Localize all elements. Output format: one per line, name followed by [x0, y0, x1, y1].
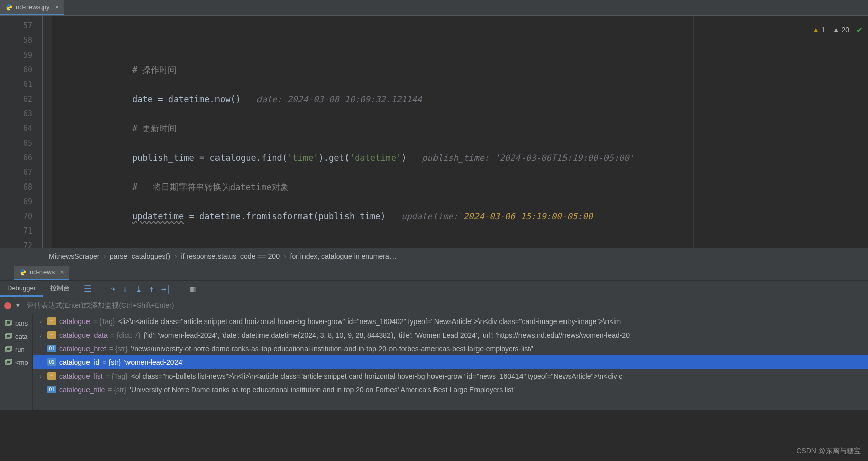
inline-hint-58: date: 2024-03-08 10:09:32.121144	[256, 94, 422, 104]
breadcrumb: MitnewsScraper› parse_catalogues()› if r…	[0, 248, 868, 264]
weak-warning-icon: ▲	[833, 26, 840, 34]
check-icon: ✔	[856, 23, 863, 37]
chevron-right-icon[interactable]: ›	[38, 373, 44, 379]
evaluate-expression-icon[interactable]: ▦	[190, 284, 195, 294]
variables-column: ›≡ catalogue = {Tag} <li>\n<article clas…	[33, 314, 868, 410]
frame-item[interactable]: run_	[0, 343, 32, 356]
step-into-my-code-icon[interactable]: ⤓	[135, 284, 142, 294]
svg-point-1	[9, 9, 10, 9]
variable-type: = {Tag}	[106, 372, 128, 380]
debug-variables-pane: pars cata run_ <mo ›≡ catalogue = {Tag} …	[0, 314, 868, 410]
variable-row[interactable]: ›≡ catalogue_data = {dict: 7} {'id': 'wo…	[33, 328, 868, 342]
step-into-icon[interactable]: ↓	[122, 284, 127, 294]
variable-name: catalogue	[59, 317, 90, 326]
evaluate-row: ▼ 评估表达式(Enter)或添加监视(Ctrl+Shift+Enter)	[0, 297, 868, 314]
debug-tab-bar: nd-news ×	[0, 264, 868, 280]
warning-count-1: 1	[821, 26, 826, 34]
chevron-right-icon[interactable]: ›	[38, 332, 44, 338]
variable-name: catalogue_list	[59, 372, 103, 380]
str-badge-icon: 01	[47, 345, 56, 352]
right-margin-line	[693, 16, 694, 248]
crumb-3[interactable]: for index, catalogue in enumera…	[290, 252, 397, 260]
crumb-1[interactable]: parse_catalogues()	[110, 252, 170, 260]
python-file-icon	[19, 269, 26, 276]
frame-item[interactable]: cata	[0, 330, 32, 343]
tab-debugger[interactable]: Debugger	[0, 281, 43, 297]
run-to-cursor-icon[interactable]: →|	[161, 284, 171, 294]
variable-row[interactable]: 01 catalogue_id = {str} 'women-lead-2024…	[33, 355, 868, 369]
chevron-right-icon[interactable]: ›	[38, 318, 44, 325]
frames-layout-icon[interactable]: ☰	[84, 284, 92, 294]
code-line-61: # 将日期字符串转换为datetime对象	[132, 182, 289, 192]
svg-point-3	[23, 274, 24, 274]
variable-value: '/news/university-of-notre-dame-ranks-as…	[131, 345, 533, 353]
variable-row[interactable]: ›≡ catalogue = {Tag} <li>\n<article clas…	[33, 314, 868, 328]
svg-rect-5	[7, 320, 12, 324]
variable-row[interactable]: 01 catalogue_title = {str} 'University o…	[33, 383, 868, 396]
str-badge-icon: 01	[47, 358, 56, 366]
warning-count-2: 20	[841, 26, 849, 34]
close-icon[interactable]: ×	[53, 3, 59, 11]
svg-rect-10	[5, 360, 10, 364]
svg-rect-11	[7, 359, 12, 363]
debug-tab-label: nd-news	[30, 268, 55, 276]
variable-type: = {str}	[108, 386, 126, 394]
variable-name: catalogue_data	[59, 331, 108, 339]
tag-badge-icon: ≡	[47, 372, 56, 380]
crumb-0[interactable]: MitnewsScraper	[49, 252, 99, 260]
variable-type: = {Tag}	[93, 317, 115, 326]
gutter: 57585960 61626364 65666768 69707172	[0, 16, 43, 248]
step-out-icon[interactable]: ↑	[149, 284, 154, 294]
editor-tab-ndnews[interactable]: nd-news.py ×	[0, 0, 64, 15]
breakpoint-dot-icon[interactable]	[4, 302, 11, 309]
variable-value: 'University of Notre Dame ranks as top e…	[129, 386, 515, 394]
inspection-indicators[interactable]: ▲ 1 ▲ 20 ✔	[812, 23, 863, 37]
code-line-59: # 更新时间	[132, 123, 177, 133]
variable-value: <li>\n<article class="article snippet ca…	[118, 317, 621, 326]
python-file-icon	[5, 4, 12, 11]
inline-hint-60: publish_time: '2024-03-06T15:19:00-05:00…	[422, 153, 634, 163]
variable-type: = {str}	[109, 345, 128, 353]
crumb-2[interactable]: if response.status_code == 200	[181, 252, 280, 260]
dropdown-icon[interactable]: ▼	[16, 302, 20, 309]
dict-badge-icon: ≡	[47, 331, 56, 339]
step-over-icon[interactable]: ↷	[110, 284, 115, 294]
variable-name: catalogue_id	[59, 358, 99, 366]
variable-value: {'id': 'women-lead-2024', 'date': dateti…	[144, 331, 630, 339]
code-area[interactable]: ▲ 1 ▲ 20 ✔ # 操作时间 date = datetime.now() …	[52, 16, 868, 248]
close-icon[interactable]: ×	[58, 268, 64, 276]
editor-tab-label: nd-news.py	[16, 3, 49, 11]
svg-rect-6	[5, 334, 10, 338]
svg-point-2	[22, 270, 22, 270]
tag-badge-icon: ≡	[47, 317, 56, 325]
code-editor[interactable]: 57585960 61626364 65666768 69707172 ▲ 1 …	[0, 15, 868, 248]
code-line-58: date = datetime.now()	[132, 94, 241, 104]
svg-rect-4	[5, 321, 10, 325]
variable-row[interactable]: ›≡ catalogue_list = {Tag} <ol class="no-…	[33, 369, 868, 383]
fold-strip	[43, 16, 52, 248]
editor-tab-bar: nd-news.py ×	[0, 0, 868, 15]
tab-console[interactable]: 控制台	[43, 281, 77, 297]
debug-session-tab[interactable]: nd-news ×	[14, 266, 69, 280]
watermark-text: CSDN @东离与糖宝	[796, 447, 861, 456]
svg-rect-7	[7, 333, 12, 337]
variable-type: = {dict: 7}	[111, 331, 141, 339]
str-badge-icon: 01	[47, 386, 56, 393]
variable-name: catalogue_href	[59, 345, 106, 353]
frames-column: pars cata run_ <mo	[0, 314, 33, 410]
variable-value: <ol class="no-bullets list-news">\n<li>\…	[131, 372, 623, 380]
variable-value: 'women-lead-2024'	[124, 358, 183, 366]
variable-row[interactable]: 01 catalogue_href = {str} '/news/univers…	[33, 342, 868, 355]
frame-item[interactable]: <mo	[0, 356, 32, 369]
svg-rect-9	[7, 346, 12, 350]
warning-icon: ▲	[812, 26, 819, 34]
frame-item[interactable]: pars	[0, 316, 32, 330]
variable-name: catalogue_title	[59, 386, 105, 394]
svg-rect-8	[5, 347, 10, 351]
inline-hint-62: 2024-03-06 15:19:00-05:00	[463, 211, 593, 221]
svg-point-0	[8, 5, 8, 5]
code-line-57: # 操作时间	[132, 65, 177, 75]
evaluate-expression-input[interactable]: 评估表达式(Enter)或添加监视(Ctrl+Shift+Enter)	[27, 301, 868, 310]
variable-type: = {str}	[102, 358, 121, 366]
debug-toolbar: Debugger 控制台 ☰ ↷ ↓ ⤓ ↑ →| ▦	[0, 280, 868, 297]
